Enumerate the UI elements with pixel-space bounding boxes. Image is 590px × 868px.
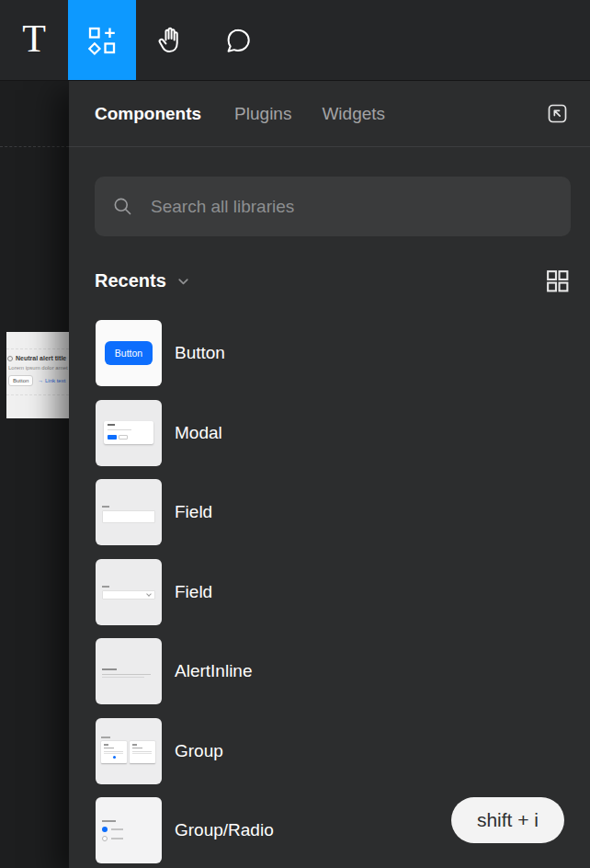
grid-view-icon — [544, 268, 571, 294]
component-name: Group/Radio — [175, 820, 274, 840]
canvas-alert-component[interactable]: Neutral alert title Lorem ipsum dolor am… — [6, 332, 69, 418]
component-thumbnail: Button — [96, 320, 162, 386]
alert-info-icon — [7, 356, 13, 361]
component-thumbnail — [96, 559, 162, 625]
component-name: AlertInline — [175, 661, 253, 681]
alert-title: Neutral alert title — [16, 355, 66, 361]
shortcut-hint-pill: shift + i — [451, 797, 564, 843]
component-thumbnail — [96, 638, 162, 704]
component-thumbnail — [96, 797, 162, 863]
component-name: Modal — [175, 423, 222, 443]
recents-dropdown-button[interactable] — [176, 275, 190, 289]
panel-tabs: Components Plugins Widgets — [69, 81, 590, 147]
tab-components[interactable]: Components — [95, 104, 201, 124]
tab-widgets[interactable]: Widgets — [322, 104, 385, 124]
alert-link: → Link text — [38, 378, 65, 383]
hand-icon — [155, 26, 185, 55]
component-name: Field — [175, 502, 212, 522]
list-item-modal[interactable]: Modal — [96, 400, 590, 466]
grid-view-button[interactable] — [544, 268, 571, 294]
list-item-group[interactable]: Group — [96, 718, 590, 784]
chevron-down-icon — [176, 275, 190, 289]
component-thumbnail — [96, 718, 162, 784]
search-bar[interactable] — [95, 177, 571, 236]
list-item-field-select[interactable]: Field — [96, 559, 590, 625]
canvas-guide-line — [0, 146, 69, 147]
component-name: Button — [175, 343, 225, 363]
comments-tool-button[interactable] — [204, 0, 272, 80]
tab-plugins[interactable]: Plugins — [234, 104, 291, 124]
comment-bubble-icon — [223, 26, 253, 55]
component-thumbnail — [96, 400, 162, 466]
mini-modal-preview — [104, 421, 153, 444]
canvas[interactable]: Neutral alert title Lorem ipsum dolor am… — [0, 81, 69, 868]
recents-title: Recents — [95, 270, 166, 291]
text-tool-button[interactable]: T — [0, 0, 68, 80]
list-item-alertinline[interactable]: AlertInline — [96, 638, 590, 704]
search-input[interactable] — [151, 197, 553, 217]
search-icon — [112, 196, 133, 217]
toolbar: T — [0, 0, 590, 81]
component-name: Field — [175, 582, 212, 602]
text-tool-icon: T — [22, 19, 46, 58]
component-thumbnail — [96, 479, 162, 545]
hand-tool-button[interactable] — [136, 0, 204, 80]
component-name: Group — [175, 741, 223, 761]
mini-button-preview: Button — [105, 341, 153, 366]
components-tool-button[interactable] — [68, 0, 136, 80]
list-item-field[interactable]: Field — [96, 479, 590, 545]
alert-body-text: Lorem ipsum dolor amet consec — [8, 365, 69, 371]
alert-button: Button — [8, 375, 33, 386]
recents-header: Recents — [95, 267, 571, 294]
library-panel: Components Plugins Widgets Recents — [69, 81, 590, 868]
components-icon — [86, 25, 118, 56]
component-list: Button Button Modal Field — [96, 320, 590, 863]
open-in-window-icon — [545, 101, 570, 126]
list-item-button[interactable]: Button Button — [96, 320, 590, 386]
open-in-window-button[interactable] — [545, 101, 570, 126]
